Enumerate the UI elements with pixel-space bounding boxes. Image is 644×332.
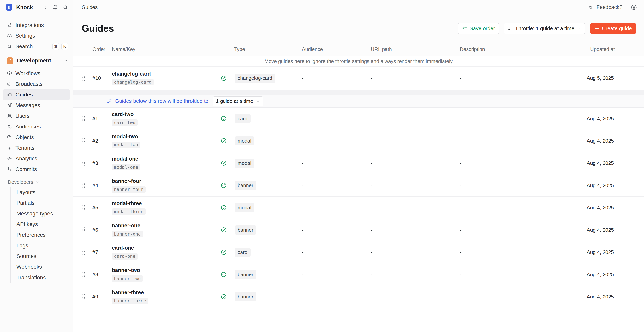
guide-type-badge: modal [234,159,254,168]
table-row[interactable]: #3 modal-one modal-one modal - - - Aug 4… [73,152,644,174]
environment-switcher[interactable]: Development [3,55,70,66]
sidebar-item-label: Objects [16,134,34,140]
table-row[interactable]: #8 banner-two banner-two banner - - - Au… [73,263,644,286]
row-updated-at: Aug 4, 2025 [587,182,644,188]
user-circle-icon[interactable] [631,4,637,11]
row-updated-at: Aug 4, 2025 [587,294,644,300]
row-audience: - [302,116,371,122]
bell-icon[interactable] [53,5,58,10]
sidebar-subitem[interactable]: Translations [11,272,70,283]
sidebar-item[interactable]: Integrations [3,20,70,31]
row-description: - [460,182,587,188]
sidebar-item[interactable]: Users [3,111,70,121]
table-row[interactable]: #2 modal-two modal-two modal - - - Aug 4… [73,130,644,152]
users-icon [7,114,12,119]
developers-section-toggle[interactable]: Developers [3,177,70,187]
row-order: #1 [92,116,112,122]
throttle-separator-label[interactable]: Guides below this row will be throttled … [115,98,208,104]
sidebar-item-label: Analytics [16,156,37,162]
check-circle-icon [220,227,227,233]
throttle-dropdown-button[interactable]: Throttle: 1 guide at a time [504,23,585,34]
row-updated-at: Aug 4, 2025 [587,271,644,277]
row-url-path: - [371,227,460,233]
sidebar-item[interactable]: Commits [3,164,70,175]
sidebar-subitem[interactable]: Layouts [11,187,70,198]
drag-handle-icon[interactable] [82,271,86,277]
main-area: Guides Feedback? Guides Save order Throt… [73,0,644,332]
sidebar-item[interactable]: Broadcasts [3,79,70,89]
table-row[interactable]: #4 banner-four banner-four banner - - - … [73,174,644,197]
row-type-cell: banner [220,292,302,301]
sidebar-subitem[interactable]: Message types [11,208,70,219]
row-type-cell: modal [220,159,302,168]
sidebar-item-label: Settings [16,33,35,39]
feedback-button[interactable]: Feedback? [589,4,622,10]
sidebar-subitem[interactable]: Logs [11,240,70,251]
sidebar-subitem[interactable]: Preferences [11,229,70,240]
drag-handle-icon[interactable] [82,160,86,166]
row-audience: - [302,160,371,166]
table-row[interactable]: #10 changelog-card changelog-card change… [73,67,644,90]
sidebar-item[interactable]: Objects [3,132,70,143]
row-name-cell: card-one card-one [112,245,220,259]
section-divider-band [73,90,644,95]
sidebar-item[interactable]: Messages [3,100,70,111]
drag-handle-icon[interactable] [82,115,86,122]
row-description: - [460,160,587,166]
save-order-button[interactable]: Save order [458,23,500,34]
drag-handle-icon[interactable] [82,75,86,81]
sidebar-item-label: Audiences [16,124,41,130]
row-audience: - [302,271,371,277]
row-name-cell: banner-three banner-three [112,289,220,304]
drag-handle-icon[interactable] [82,294,86,300]
sidebar-item[interactable]: Tenants [3,143,70,153]
row-updated-at: Aug 5, 2025 [587,75,644,81]
table-row[interactable]: #1 card-two card-two card - - - Aug 4, 2… [73,108,644,130]
sidebar-subitem[interactable]: Sources [11,251,70,261]
breadcrumb[interactable]: Guides [82,4,98,10]
sidebar-item[interactable]: Settings [3,31,70,41]
sidebar-item[interactable]: Audiences [3,121,70,132]
chevrons-up-down-icon[interactable] [43,5,48,10]
table-row[interactable]: #5 modal-three modal-three modal - - - A… [73,197,644,219]
drag-handle-icon[interactable] [82,182,86,188]
row-url-path: - [371,294,460,300]
chevron-down-icon [256,99,260,103]
table-row[interactable]: #7 card-one card-one card - - - Aug 4, 2… [73,241,644,263]
workspace-row: k Knock [0,0,73,15]
sidebar-item[interactable]: Search ⌘K [3,41,70,52]
table-row[interactable]: #6 banner-one banner-one banner - - - Au… [73,219,644,241]
guide-name: modal-three [112,200,142,206]
sidebar-item[interactable]: Workflows [3,68,70,79]
kbd-command: ⌘ [52,43,60,50]
drag-handle-icon[interactable] [82,138,86,144]
row-updated-at: Aug 4, 2025 [587,160,644,166]
row-updated-at: Aug 4, 2025 [587,227,644,233]
row-order: #6 [92,227,112,233]
page-actions: Save order Throttle: 1 guide at a time C… [458,23,636,34]
integrations-icon [7,23,12,28]
sidebar-item-label: Search [16,43,33,50]
row-order: #5 [92,205,112,211]
table-row[interactable]: #9 banner-three banner-three banner - - … [73,286,644,308]
throttle-amount-select[interactable]: 1 guide at a time [213,97,263,106]
row-description: - [460,138,587,144]
guide-type-badge: modal [234,136,254,145]
row-description: - [460,227,587,233]
sidebar-subitem[interactable]: Webhooks [11,261,70,272]
sidebar-item[interactable]: Guides [3,89,70,100]
sidebar-subitem[interactable]: Partials [11,198,70,208]
topbar: Guides Feedback? [73,0,644,15]
row-name-cell: modal-three modal-three [112,200,220,215]
row-type-cell: modal [220,136,302,145]
drag-handle-icon[interactable] [82,227,86,233]
row-type-cell: banner [220,225,302,235]
sidebar-subitem[interactable]: API keys [11,219,70,229]
sidebar-item[interactable]: Analytics [3,153,70,164]
guide-name: card-two [112,111,134,117]
drag-handle-icon[interactable] [82,249,86,255]
search-icon[interactable] [63,5,68,10]
create-guide-button[interactable]: Create guide [590,23,636,34]
sidebar-item-label: Messages [16,102,40,109]
drag-handle-icon[interactable] [82,205,86,211]
